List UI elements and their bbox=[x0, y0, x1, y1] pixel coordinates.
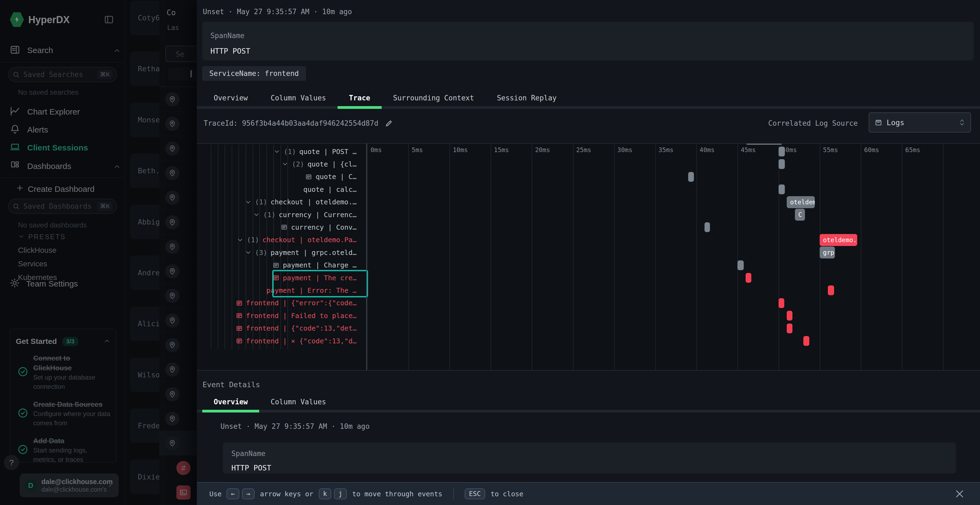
trace-tree-row[interactable]: (2)quote | {cl… bbox=[197, 158, 363, 170]
child-count: (1) bbox=[284, 148, 296, 156]
span-bar-labeled[interactable]: oteldemo bbox=[787, 196, 815, 208]
gridline bbox=[573, 144, 574, 371]
tab-overview[interactable]: Overview bbox=[202, 94, 259, 102]
event-details-heading: Event Details bbox=[202, 380, 260, 389]
chevron-down-icon[interactable] bbox=[282, 160, 288, 168]
j-key: j bbox=[334, 488, 347, 499]
trace-tree-row[interactable]: frontend | {"code":13,"det… bbox=[197, 322, 363, 335]
active-tab-underline bbox=[202, 410, 259, 413]
trace-row-label: frontend | {"error":{"code… bbox=[246, 299, 356, 307]
span-bar[interactable] bbox=[705, 222, 710, 232]
trace-row-label: quote | POST … bbox=[299, 148, 356, 156]
tab-track bbox=[197, 410, 980, 413]
footer-use: Use bbox=[209, 490, 221, 498]
tree-timeline-divider[interactable] bbox=[366, 144, 367, 371]
trace-tree-row[interactable]: frontend | Failed to place… bbox=[197, 310, 363, 322]
span-bar[interactable] bbox=[787, 324, 792, 333]
chevron-down-icon[interactable] bbox=[245, 249, 252, 256]
child-count: (1) bbox=[255, 198, 267, 206]
log-doc-icon bbox=[281, 224, 288, 231]
service-name-chip[interactable]: ServiceName: frontend bbox=[202, 66, 306, 81]
trace-side-panel: Unset · May 27 9:35:57 AM · 10m ago Span… bbox=[197, 0, 980, 505]
clipped-span-bar bbox=[746, 144, 782, 145]
trace-tree-row[interactable]: payment | Charge … bbox=[197, 259, 363, 272]
span-bar[interactable] bbox=[778, 184, 785, 194]
axis-tick-label: 65ms bbox=[905, 146, 920, 154]
trace-id-value: 956f3b4a44b03aa4daf946242554d87d bbox=[242, 119, 379, 127]
axis-tick-label: 0ms bbox=[371, 146, 382, 154]
trace-row-label: quote | {cl… bbox=[307, 160, 356, 168]
chevron-down-icon[interactable] bbox=[245, 199, 252, 206]
gridline bbox=[861, 144, 861, 371]
axis-tick-label: 20ms bbox=[535, 146, 550, 154]
arrow-right-key: → bbox=[242, 488, 255, 499]
span-name-label: SpanName bbox=[231, 449, 266, 458]
gridline bbox=[408, 144, 409, 371]
trace-tree-row[interactable]: (1)quote | POST … bbox=[197, 145, 363, 158]
span-bar-labeled[interactable]: grp bbox=[820, 246, 835, 259]
modal-backdrop[interactable] bbox=[0, 0, 197, 505]
axis-tick-label: 35ms bbox=[659, 146, 673, 154]
gridline bbox=[490, 144, 491, 371]
tab-column-values[interactable]: Column Values bbox=[259, 398, 337, 406]
tab-overview[interactable]: Overview bbox=[202, 398, 259, 406]
axis-tick-label: 60ms bbox=[864, 146, 879, 154]
trace-row-label: frontend | {"code":13,"det… bbox=[246, 324, 356, 332]
trace-tree-row[interactable]: quote | calc… bbox=[197, 183, 363, 195]
span-bar[interactable] bbox=[787, 311, 792, 321]
tab-trace[interactable]: Trace bbox=[337, 94, 382, 102]
trace-tree-row[interactable]: (3)payment | grpc.oteld… bbox=[197, 246, 363, 259]
trace-tree-row[interactable]: frontend | {"error":{"code… bbox=[197, 297, 363, 310]
trace-row-label: quote | calc… bbox=[303, 186, 356, 194]
edit-pencil-icon[interactable] bbox=[385, 119, 393, 127]
chevron-down-icon[interactable] bbox=[253, 211, 260, 218]
span-bar-labeled[interactable]: oteldemo. bbox=[820, 234, 857, 246]
gridline bbox=[696, 144, 697, 371]
tab-session-replay[interactable]: Session Replay bbox=[485, 94, 568, 102]
log-source-value: Logs bbox=[887, 118, 904, 127]
span-bar[interactable] bbox=[778, 147, 785, 156]
active-tab-underline bbox=[337, 106, 382, 109]
axis-tick-label: 55ms bbox=[823, 146, 838, 154]
trace-id-row: TraceId: 956f3b4a44b03aa4daf946242554d87… bbox=[204, 119, 393, 127]
trace-tree-row[interactable]: frontend | × {"code":13,"d… bbox=[197, 335, 363, 347]
span-bar[interactable] bbox=[828, 286, 834, 295]
span-bar[interactable] bbox=[778, 298, 784, 308]
trace-tree-row[interactable]: (1)checkout | oteldemo.Pa… bbox=[197, 234, 363, 246]
span-bar-labeled[interactable]: C bbox=[795, 209, 805, 221]
axis-tick-label: 40ms bbox=[700, 146, 714, 154]
span-name-card-2: SpanName HTTP POST bbox=[223, 442, 956, 473]
trace-tree-row[interactable]: (1)currency | Currenc… bbox=[197, 208, 363, 221]
close-icon[interactable] bbox=[955, 489, 965, 499]
span-bar[interactable] bbox=[778, 159, 785, 169]
trace-waterfall: 0ms5ms10ms15ms20ms25ms30ms35ms40ms45ms50… bbox=[197, 144, 980, 371]
chevron-down-icon[interactable] bbox=[237, 237, 243, 243]
trace-tree-row[interactable]: quote | C… bbox=[197, 171, 363, 183]
axis-tick-label: 5ms bbox=[412, 146, 423, 154]
trace-row-label: payment | grpc.oteld… bbox=[270, 249, 356, 257]
log-doc-icon bbox=[305, 173, 312, 180]
panel-footer: Use ← → arrow keys or k j to move throug… bbox=[197, 482, 980, 505]
trace-row-label: frontend | Failed to place… bbox=[246, 312, 356, 320]
axis-tick-label: 45ms bbox=[741, 146, 756, 154]
span-name-label: SpanName bbox=[210, 32, 245, 40]
k-key: k bbox=[319, 488, 331, 499]
log-source-select[interactable]: Logs bbox=[869, 113, 971, 132]
gridline bbox=[778, 144, 779, 371]
trace-tree-row[interactable]: currency | Conv… bbox=[197, 221, 363, 233]
tab-column-values[interactable]: Column Values bbox=[259, 94, 337, 102]
span-bar[interactable] bbox=[737, 260, 744, 270]
span-bar[interactable] bbox=[688, 172, 694, 182]
span-bar[interactable] bbox=[746, 273, 751, 283]
trace-row-label: checkout | oteldemo.Pa… bbox=[262, 236, 356, 244]
chevron-down-icon[interactable] bbox=[273, 148, 280, 155]
span-bar[interactable] bbox=[803, 336, 810, 346]
log-doc-icon bbox=[236, 300, 243, 306]
child-count: (1) bbox=[263, 211, 275, 219]
tab-surrounding-context[interactable]: Surrounding Context bbox=[382, 94, 485, 102]
trace-row-label: currency | Conv… bbox=[291, 223, 356, 231]
axis-tick-label: 25ms bbox=[576, 146, 591, 154]
log-doc-icon bbox=[236, 312, 243, 319]
database-icon bbox=[875, 119, 882, 126]
trace-tree-row[interactable]: (1)checkout | oteldemo.… bbox=[197, 196, 363, 208]
